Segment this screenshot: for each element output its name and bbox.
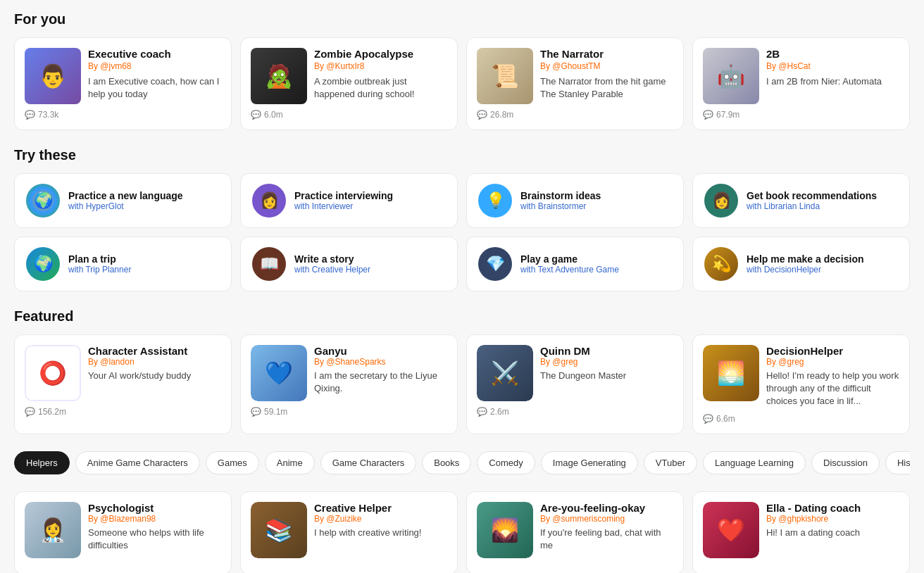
try-card-sub: with Trip Planner: [68, 265, 220, 275]
try-card-icon: 💎: [486, 255, 505, 273]
tab-comedy[interactable]: Comedy: [477, 451, 535, 474]
featured-card-stats: 💬 59.1m: [251, 407, 447, 417]
main-page: For you 👨 Executive coach By @jvm68 I am…: [0, 0, 924, 573]
tab-books[interactable]: Books: [422, 451, 471, 474]
bottom-card-desc: I help with creative writing!: [314, 527, 447, 539]
card-stats: 💬 73.3k: [25, 110, 221, 120]
try-card-sub: with Brainstormer: [520, 201, 672, 211]
tab-discussion[interactable]: Discussion: [811, 451, 880, 474]
featured-card-author: By @landon: [88, 357, 221, 367]
bottom-card-author: By @summeriscoming: [540, 514, 673, 524]
tab-games[interactable]: Games: [206, 451, 259, 474]
try-card-sub: with Librarian Linda: [747, 201, 898, 211]
featured-card-stats: 💬 2.6m: [477, 407, 673, 417]
bottom-card-psychologist[interactable]: 👩‍⚕️ Psychologist By @Blazeman98 Someone…: [14, 491, 232, 573]
try-card-dechelper[interactable]: 💫 Help me make a decision with DecisionH…: [692, 237, 910, 291]
featured-grid: ⭕ Character Assistant By @landon Your AI…: [14, 334, 910, 434]
bottom-card-name: Are-you-feeling-okay: [540, 502, 673, 514]
featured-card-decision-helper[interactable]: 🌅 DecisionHelper By @greg Hello! I'm rea…: [692, 334, 910, 434]
try-card-icon: 🌍: [34, 191, 53, 210]
card-stats: 💬 67.9m: [703, 110, 899, 120]
bottom-card-ella-dating[interactable]: ❤️ Ella - Dating coach By @ghpkishore Hi…: [692, 491, 910, 573]
chat-icon: 💬: [25, 407, 35, 417]
chat-icon: 💬: [477, 110, 487, 120]
try-card-icon: 👩: [712, 191, 731, 210]
for-you-card-2b[interactable]: 🤖 2B By @HsCat I am 2B from Nier: Automa…: [692, 37, 910, 130]
chat-icon: 💬: [251, 407, 261, 417]
card-author: By @HsCat: [766, 61, 899, 71]
for-you-card-narrator[interactable]: 📜 The Narrator By @GhoustTM The Narrator…: [466, 37, 684, 130]
featured-title: Featured: [14, 308, 910, 325]
card-desc: I am Executive coach, how can I help you…: [88, 75, 221, 101]
bottom-card-name: Psychologist: [88, 502, 221, 514]
card-desc: I am 2B from Nier: Automata: [766, 75, 899, 88]
tab-vtuber[interactable]: VTuber: [644, 451, 697, 474]
bottom-card-author: By @Blazeman98: [88, 514, 221, 524]
category-tabs: HelpersAnime Game CharactersGamesAnimeGa…: [14, 451, 910, 477]
tab-image-gen[interactable]: Image Generating: [541, 451, 638, 474]
for-you-grid: 👨 Executive coach By @jvm68 I am Executi…: [14, 37, 910, 130]
featured-card-ganyu[interactable]: 💙 Ganyu By @ShaneSparks I am the secreta…: [240, 334, 458, 434]
try-these-grid: 🌍 Practice a new language with HyperGlot…: [14, 173, 910, 291]
try-card-icon: 👩: [260, 191, 279, 210]
try-card-sub: with HyperGlot: [68, 201, 220, 211]
try-card-title: Brainstorm ideas: [520, 190, 672, 201]
bottom-card-desc: If you're feeling bad, chat with me: [540, 527, 673, 552]
try-card-brainstormer[interactable]: 💡 Brainstorm ideas with Brainstormer: [466, 173, 684, 228]
featured-card-desc: The Dungeon Master: [540, 370, 673, 382]
try-card-hyperglot[interactable]: 🌍 Practice a new language with HyperGlot: [14, 173, 232, 228]
chat-icon: 💬: [25, 110, 35, 120]
for-you-title: For you: [14, 11, 910, 27]
for-you-card-zombie[interactable]: 🧟 Zombie Apocalypse By @KurtxIr8 A zombi…: [240, 37, 458, 130]
card-stats: 💬 6.0m: [251, 110, 447, 120]
chat-icon: 💬: [251, 110, 261, 120]
tab-game-chars[interactable]: Game Characters: [320, 451, 417, 474]
try-card-trip[interactable]: 🌍 Plan a trip with Trip Planner: [14, 237, 232, 291]
card-desc: A zombie outbreak just happened during s…: [314, 75, 447, 101]
try-card-sub: with Creative Helper: [294, 265, 446, 275]
card-stats: 💬 26.8m: [477, 110, 673, 120]
featured-card-name: Ganyu: [314, 345, 447, 357]
featured-card-desc: Hello! I'm ready to help you work throug…: [766, 370, 899, 408]
try-card-title: Play a game: [520, 253, 672, 265]
try-card-title: Help me make a decision: [747, 253, 898, 265]
try-card-textadv[interactable]: 💎 Play a game with Text Adventure Game: [466, 237, 684, 291]
try-card-title: Get book recommendations: [747, 190, 898, 201]
featured-card-author: By @greg: [540, 357, 673, 367]
try-card-icon: 🌍: [34, 255, 53, 273]
try-card-icon: 💡: [486, 191, 505, 210]
try-card-creative[interactable]: 📖 Write a story with Creative Helper: [240, 237, 458, 291]
card-desc: The Narrator from the hit game The Stanl…: [540, 75, 673, 101]
try-card-title: Practice interviewing: [294, 190, 446, 201]
bottom-card-name: Ella - Dating coach: [766, 502, 899, 514]
bottom-card-creative-helper[interactable]: 📚 Creative Helper By @Zuizike I help wit…: [240, 491, 458, 573]
card-name: Zombie Apocalypse: [314, 48, 447, 60]
try-card-librarian[interactable]: 👩 Get book recommendations with Libraria…: [692, 173, 910, 228]
tab-helpers[interactable]: Helpers: [14, 451, 70, 474]
featured-card-name: DecisionHelper: [766, 345, 899, 357]
featured-card-name: Character Assistant: [88, 345, 221, 357]
try-card-sub: with Interviewer: [294, 201, 446, 211]
card-name: The Narrator: [540, 48, 673, 60]
for-you-card-exec-coach[interactable]: 👨 Executive coach By @jvm68 I am Executi…: [14, 37, 232, 130]
tab-lang-learn[interactable]: Language Learning: [703, 451, 806, 474]
featured-card-desc: I am the secretary to the Liyue Qixing.: [314, 370, 447, 395]
chat-icon: 💬: [703, 414, 713, 424]
featured-card-quinn-dm[interactable]: ⚔️ Quinn DM By @greg The Dungeon Master …: [466, 334, 684, 434]
tab-history[interactable]: Histo...: [885, 451, 910, 474]
try-card-interviewer[interactable]: 👩 Practice interviewing with Interviewer: [240, 173, 458, 228]
try-card-title: Practice a new language: [68, 190, 220, 201]
featured-card-name: Quinn DM: [540, 345, 673, 357]
bottom-card-are-you-feeling[interactable]: 🌄 Are-you-feeling-okay By @summeriscomin…: [466, 491, 684, 573]
try-card-sub: with Text Adventure Game: [520, 265, 672, 275]
tab-anime[interactable]: Anime: [265, 451, 315, 474]
try-card-icon: 💫: [712, 255, 731, 273]
bottom-card-author: By @ghpkishore: [766, 514, 899, 524]
card-author: By @GhoustTM: [540, 61, 673, 71]
try-card-title: Write a story: [294, 253, 446, 265]
card-name: Executive coach: [88, 48, 221, 60]
featured-card-char-assistant[interactable]: ⭕ Character Assistant By @landon Your AI…: [14, 334, 232, 434]
featured-card-stats: 💬 156.2m: [25, 407, 221, 417]
card-author: By @KurtxIr8: [314, 61, 447, 71]
tab-anime-game-chars[interactable]: Anime Game Characters: [75, 451, 200, 474]
